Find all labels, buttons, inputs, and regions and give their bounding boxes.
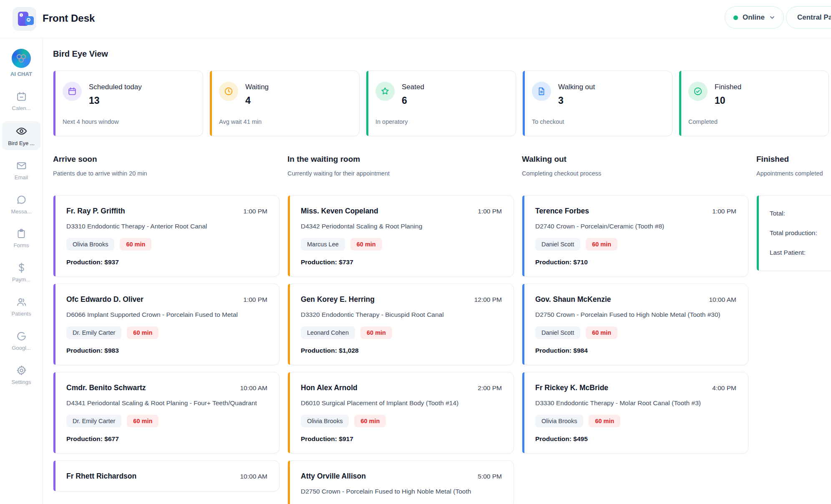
production-value: Production: $937: [66, 258, 267, 266]
procedure: D4341 Periodontal Scaling & Root Planing…: [66, 399, 267, 408]
patient-card[interactable]: Miss. Keven Copeland1:00 PM D4342 Period…: [287, 195, 514, 277]
column-title: Walking out: [522, 155, 748, 164]
provider-tag: Dr. Emily Carter: [66, 415, 121, 427]
stat-scheduled-today[interactable]: Scheduled today 13 Next 4 hours window: [53, 70, 203, 136]
stat-seated[interactable]: Seated 6 In operatory: [366, 70, 516, 136]
patient-card[interactable]: Gen Korey E. Herring12:00 PM D3320 Endod…: [287, 283, 514, 365]
patient-name: Terence Forbes: [535, 207, 589, 216]
bird-eye-view-panel: Bird Eye View Scheduled today 13 Next 4 …: [43, 38, 831, 504]
stat-value: 6: [402, 95, 424, 106]
appointment-time: 10:00 AM: [240, 384, 268, 392]
provider-tag: Olivia Brooks: [66, 238, 114, 251]
stat-finished[interactable]: Finished 10 Completed: [679, 70, 829, 136]
location-selector[interactable]: Central Park: [786, 6, 831, 29]
procedure: D3310 Endodontic Therapy - Anterior Root…: [66, 222, 267, 231]
appointment-time: 4:00 PM: [712, 384, 736, 392]
chat-bubble-icon: [16, 194, 27, 206]
stat-walking-out[interactable]: Walking out 3 To checkout: [522, 70, 672, 136]
document-icon: [532, 82, 551, 101]
stat-caption: Completed: [688, 118, 718, 125]
sidebar-item-label: Bird Eye ...: [8, 140, 35, 146]
stat-value: 10: [715, 95, 741, 106]
patient-card[interactable]: Terence Forbes1:00 PM D2740 Crown - Porc…: [522, 195, 748, 277]
production-value: Production: $710: [535, 258, 736, 266]
patient-card[interactable]: Cmdr. Benito Schwartz10:00 AM D4341 Peri…: [53, 372, 280, 454]
column-subtitle: Patients due to arrive within 20 min: [53, 170, 280, 177]
duration-badge: 60 min: [586, 238, 617, 251]
sidebar-item-google[interactable]: Googl...: [2, 327, 40, 355]
app-logo-icon: i: [13, 7, 36, 31]
patient-card[interactable]: Fr Rickey K. McBride4:00 PM D3330 Endodo…: [522, 372, 748, 454]
gear-icon: [16, 365, 27, 376]
duration-badge: 60 min: [360, 326, 392, 339]
stat-label: Finished: [715, 82, 741, 91]
patient-card[interactable]: Fr. Ray P. Griffith1:00 PM D3310 Endodon…: [53, 195, 280, 277]
appointment-time: 10:00 AM: [240, 473, 268, 480]
production-value: Production: $983: [66, 347, 267, 354]
production-value: Production: $737: [301, 258, 502, 266]
sidebar-item-settings[interactable]: Settings: [2, 361, 40, 389]
provider-tag: Leonard Cohen: [301, 326, 355, 339]
stat-label: Scheduled today: [89, 82, 142, 91]
sidebar-item-label: Forms: [14, 242, 29, 248]
duration-badge: 60 min: [127, 326, 159, 339]
calendar-icon: [16, 91, 27, 102]
column-subtitle: Currently waiting for their appointment: [287, 170, 514, 177]
sidebar-item-label: Patients: [12, 311, 31, 317]
column-finished: Finished Appointments completed Total: T…: [756, 155, 831, 504]
dollar-icon: [16, 262, 27, 273]
production-value: Production: $1,028: [301, 347, 502, 354]
production-value: Production: $984: [535, 347, 736, 354]
sidebar-item-patients[interactable]: Patients: [2, 293, 40, 321]
sidebar-item-calendar[interactable]: Calen...: [2, 87, 40, 115]
column-subtitle: Appointments completed: [756, 170, 831, 177]
patient-name: Atty Orville Allison: [301, 472, 366, 481]
patient-card[interactable]: Fr Rhett Richardson10:00 AM: [53, 460, 280, 491]
procedure: D2740 Crown - Porcelain/Ceramic (Tooth #…: [535, 222, 736, 231]
patient-card[interactable]: Gov. Shaun McKenzie10:00 AM D2750 Crown …: [522, 283, 748, 365]
sidebar-item-email[interactable]: Email: [2, 156, 40, 184]
stat-caption: In operatory: [375, 118, 408, 125]
duration-badge: 60 min: [120, 238, 151, 251]
procedure: D2750 Crown - Porcelain Fused to High No…: [535, 310, 736, 319]
sidebar-item-ai-chat[interactable]: AI CHAT: [2, 45, 40, 81]
sidebar-item-bird-eye-view[interactable]: Bird Eye ...: [2, 121, 40, 150]
sidebar-item-messages[interactable]: Messa...: [2, 191, 40, 218]
sidebar-item-payments[interactable]: Paym...: [2, 258, 40, 286]
procedure: D3320 Endodontic Therapy - Bicuspid Root…: [301, 310, 502, 319]
provider-tag: Dr. Emily Carter: [66, 326, 121, 339]
procedure: D2750 Crown - Porcelain Fused to High No…: [301, 487, 502, 496]
stats-row: Scheduled today 13 Next 4 hours window W…: [53, 70, 831, 136]
sidebar-item-label: Settings: [12, 379, 31, 385]
duration-badge: 60 min: [350, 238, 382, 251]
sidebar-item-forms[interactable]: Forms: [2, 225, 40, 252]
appointment-time: 1:00 PM: [243, 208, 267, 215]
calendar-icon: [63, 82, 82, 101]
patient-name: Gov. Shaun McKenzie: [535, 295, 611, 304]
sidebar-item-label: AI CHAT: [10, 71, 32, 77]
status-columns: Arrive soon Patients due to arrive withi…: [53, 155, 831, 504]
users-icon: [16, 296, 27, 308]
patient-name: Gen Korey E. Herring: [301, 295, 375, 304]
patient-card[interactable]: Ofc Edwardo D. Oliver1:00 PM D6066 Impla…: [53, 283, 280, 365]
procedure: D6010 Surgical Placement of Implant Body…: [301, 399, 502, 408]
stat-waiting[interactable]: Waiting 4 Avg wait 41 min: [209, 70, 360, 136]
online-status-dropdown[interactable]: Online: [725, 6, 784, 29]
clipboard-icon: [16, 228, 27, 239]
stat-value: 13: [89, 95, 142, 106]
stat-value: 4: [245, 95, 269, 106]
finished-summary-card: Total: Total production: Last Patient:: [756, 195, 831, 271]
column-walking-out: Walking out Completing checkout process …: [522, 155, 748, 504]
duration-badge: 60 min: [586, 326, 617, 339]
sidebar-item-label: Calen...: [12, 105, 31, 111]
patient-card[interactable]: Hon Alex Arnold2:00 PM D6010 Surgical Pl…: [287, 372, 514, 454]
patient-name: Fr Rhett Richardson: [66, 472, 136, 481]
summary-total-production-label: Total production:: [770, 229, 831, 237]
patient-card[interactable]: Atty Orville Allison5:00 PM D2750 Crown …: [287, 460, 514, 504]
sidebar-item-label: Paym...: [12, 276, 30, 283]
stat-caption: Next 4 hours window: [63, 118, 119, 125]
app-header: i Front Desk Online Central Park: [0, 0, 831, 38]
sidebar-item-label: Email: [15, 174, 28, 181]
section-title: Bird Eye View: [53, 49, 831, 59]
summary-last-patient-label: Last Patient:: [770, 249, 831, 256]
